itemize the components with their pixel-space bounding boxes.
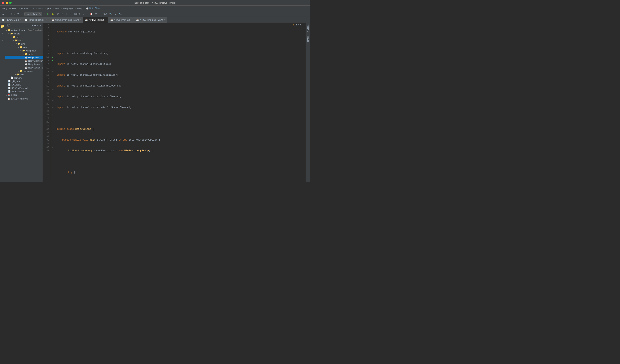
coverage-button[interactable]: 🛡 bbox=[56, 12, 60, 15]
tree-license-file[interactable]: 📄 LICENSE bbox=[5, 83, 43, 86]
code-content[interactable]: package com.wangfugui.netty; import io.n… bbox=[55, 23, 306, 182]
fold-gutter[interactable]: ◇ bbox=[51, 88, 55, 91]
tree-main[interactable]: ▼ 📁 main bbox=[5, 39, 43, 42]
code-line-13 bbox=[57, 160, 306, 163]
tree-test[interactable]: ▶ 📁 test bbox=[5, 73, 43, 76]
warning-count: 2 bbox=[295, 23, 297, 26]
project-icon[interactable]: 📁 bbox=[0, 24, 4, 29]
code-container[interactable]: 1 2 3 4 5 6 7 8 9 10 11 12 13 14 15 16 1… bbox=[43, 23, 306, 182]
tools-button[interactable]: 🔧 bbox=[118, 12, 123, 15]
tab-nettyserver[interactable]: ☕ NettyServer.java × bbox=[108, 17, 134, 23]
tree-nettyclient-file[interactable]: ☕ NettyClient bbox=[5, 56, 43, 59]
tree-pom-file[interactable]: 📄 pom.xml bbox=[5, 76, 43, 79]
line-num: 18 bbox=[43, 84, 49, 88]
tree-java-folder[interactable]: ▼ 📁 java bbox=[5, 42, 43, 46]
tree-nettyclienthandler-file[interactable]: ☕ NettyClientHandler bbox=[5, 59, 43, 62]
structure-icon[interactable]: ⊞ bbox=[1, 32, 3, 35]
tab-ns-close[interactable]: × bbox=[131, 19, 132, 21]
nav-src[interactable]: src bbox=[31, 7, 35, 10]
nav-file[interactable]: ☕ NettyClient bbox=[85, 7, 101, 10]
minimize-button[interactable] bbox=[6, 2, 8, 4]
debug-button[interactable]: 🐛 bbox=[51, 12, 55, 15]
fold-gutter[interactable]: ◇ bbox=[51, 106, 55, 109]
editor-warnings[interactable]: ▲ 2 ∧ ∨ bbox=[293, 23, 302, 26]
tree-com[interactable]: ▼ 📁 com bbox=[5, 46, 43, 49]
maven-icon[interactable]: Maven bbox=[307, 36, 309, 43]
tree-root[interactable]: ▼ 📁 netty-quickstart ~/IdeaProjects/demo… bbox=[5, 29, 43, 32]
branch-select[interactable]: NettyClient bbox=[24, 12, 42, 16]
back-button[interactable]: ◁ bbox=[9, 12, 12, 15]
nav-com[interactable]: com bbox=[54, 7, 60, 10]
forward-button[interactable]: ▷ bbox=[13, 12, 16, 15]
tree-resources[interactable]: ▶ 📁 resources bbox=[5, 69, 43, 73]
tree-src[interactable]: ▼ 📁 src bbox=[5, 35, 43, 39]
nav-netty[interactable]: netty bbox=[77, 7, 83, 10]
git-update[interactable]: ↑ bbox=[82, 12, 85, 15]
line-num: 31 bbox=[43, 131, 49, 135]
toolbar-menu[interactable]: ≡ bbox=[2, 12, 4, 15]
tab-nettyclient[interactable]: ☕ NettyClient.java × bbox=[83, 17, 108, 23]
title-bar: netty-quickstart – NettyClient.java [sim… bbox=[0, 0, 310, 6]
code-line-2 bbox=[57, 41, 306, 45]
fold-gutter[interactable]: ◇ bbox=[51, 70, 55, 73]
java-file-icon: ☕ bbox=[25, 63, 28, 65]
line-num: 22 bbox=[43, 99, 49, 102]
run-gutter[interactable]: ▶ bbox=[51, 55, 55, 59]
code-line-1: package com.wangfugui.netty; bbox=[57, 30, 306, 34]
expand-arrow: ▼ bbox=[20, 50, 22, 52]
close-button[interactable] bbox=[2, 2, 4, 4]
tab-nc-label: NettyClient.java bbox=[89, 19, 104, 21]
tree-external-libs[interactable]: ▶ 📚 外部库 bbox=[5, 93, 43, 97]
run-gutter[interactable]: ▶ bbox=[51, 59, 55, 62]
git-history[interactable]: ⏰ bbox=[89, 12, 93, 15]
fold-gutter[interactable]: ◇ bbox=[51, 99, 55, 102]
tree-simple[interactable]: ▼ 📁 simple bbox=[5, 32, 43, 35]
tree-scratch[interactable]: ▶ 📋 临时文件和控制台 bbox=[5, 97, 43, 101]
settings-button[interactable]: ⚙ bbox=[114, 12, 117, 15]
bookmark-icon[interactable]: ☆ bbox=[1, 38, 3, 42]
fold-gutter[interactable]: ◇ bbox=[51, 113, 55, 117]
tab-nch-close[interactable]: × bbox=[164, 19, 165, 21]
codota-icon[interactable]: Codota bbox=[307, 24, 309, 32]
translate-button[interactable]: 文A bbox=[102, 12, 108, 16]
nav-java[interactable]: java bbox=[46, 7, 52, 10]
tree-readme-en-file[interactable]: 📄 README.en.md bbox=[5, 86, 43, 90]
nav-project[interactable]: netty-quickstart bbox=[2, 7, 18, 10]
tree-nettyserver-file[interactable]: ☕ NettyServer bbox=[5, 62, 43, 66]
tab-pom-close[interactable]: × bbox=[46, 19, 47, 21]
nav-wangfugui[interactable]: wangfugui bbox=[62, 7, 74, 10]
fold-gutter[interactable]: ◇ bbox=[51, 145, 55, 149]
sidebar-close-icon[interactable]: − bbox=[40, 24, 41, 27]
tab-readme-close[interactable]: × bbox=[19, 19, 21, 21]
run-button[interactable]: ▶ bbox=[47, 12, 50, 15]
tree-wangfugui[interactable]: ▼ 📁 wangfugui bbox=[5, 49, 43, 52]
code-line-6: import io.netty.channel.nio.NioEventLoop… bbox=[57, 84, 306, 88]
tab-nettyclienthandler[interactable]: ☕ NettyClientHandler.java × bbox=[134, 17, 167, 23]
sidebar-expand-icon[interactable]: ⊞ bbox=[34, 24, 36, 27]
sidebar-settings-icon[interactable]: ⚙ bbox=[37, 24, 38, 27]
sidebar-sync-icon[interactable]: ⊕ bbox=[32, 24, 33, 27]
profile-button[interactable]: ⏱ bbox=[61, 12, 64, 15]
tab-nc-close[interactable]: × bbox=[105, 19, 106, 21]
commit-button[interactable]: ✓ bbox=[69, 12, 72, 15]
refresh-button[interactable]: ↺ bbox=[16, 12, 20, 15]
tree-gitignore-file[interactable]: 📄 .gitignore bbox=[5, 79, 43, 83]
tab-nsh-close[interactable]: × bbox=[80, 19, 81, 21]
tab-readme[interactable]: 📄 README.md × bbox=[0, 17, 23, 23]
nav-simple[interactable]: simple bbox=[20, 7, 29, 10]
fold-gutter[interactable]: ◇ bbox=[51, 138, 55, 142]
tree-nettyserverhandler-label: NettyServerHandler bbox=[28, 66, 43, 69]
tree-netty-folder[interactable]: ▼ 📁 netty bbox=[5, 52, 43, 56]
tree-readme-file[interactable]: 📄 README.md bbox=[5, 90, 43, 93]
tree-nettyserverhandler-file[interactable]: ☕ NettyServerHandler bbox=[5, 66, 43, 69]
tab-nettyserverhandler[interactable]: ☕ NettyServerHandler.java × bbox=[49, 17, 83, 23]
git-revert[interactable]: ↺ bbox=[94, 12, 98, 15]
tab-pom[interactable]: 📄 pom.xml (simple) × bbox=[23, 17, 49, 23]
git-push[interactable]: ↓ bbox=[86, 12, 89, 15]
maximize-button[interactable] bbox=[9, 2, 12, 4]
tree-gitignore-label: .gitignore bbox=[11, 80, 20, 82]
tree-com-label: com bbox=[23, 46, 28, 48]
nav-main[interactable]: main bbox=[38, 7, 44, 10]
search-button[interactable]: 🔍 bbox=[108, 12, 113, 15]
tabs-bar: 📄 README.md × 📄 pom.xml (simple) × ☕ Net… bbox=[0, 17, 310, 23]
